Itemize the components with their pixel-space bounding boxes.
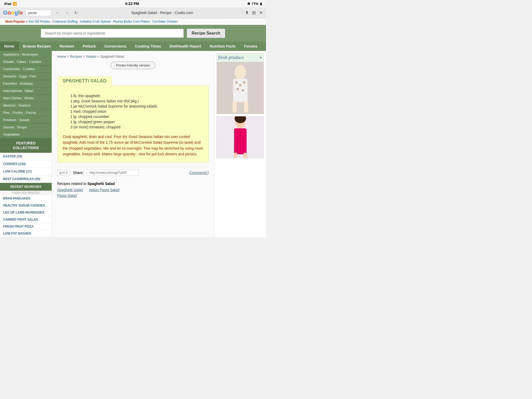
carrier-label: iPad — [4, 2, 11, 6]
svg-point-1 — [235, 65, 246, 79]
cat-desserts[interactable]: Desserts : Eggs : Fish — [0, 73, 52, 80]
popular-link-5[interactable]: Cornflake Chicken — [152, 20, 178, 23]
url-bar[interactable]: picnic — [25, 10, 51, 16]
cat-potatoes[interactable]: Potatoes : Salads — [0, 116, 52, 124]
svg-point-3 — [235, 81, 238, 84]
popular-link-3[interactable]: Imitation Crab Spread — [80, 20, 111, 23]
battery-label: 77% — [252, 2, 258, 6]
related-recipe-name: Spaghetti Salad — [88, 182, 115, 186]
nav-reviews[interactable]: Reviews — [55, 42, 78, 51]
breadcrumb-home[interactable]: Home — [57, 55, 66, 58]
popular-bar: Most Popular » Sun Dill Pickles : Crabme… — [0, 18, 266, 25]
cat-pies[interactable]: Pies : Poultry : Pastas — [0, 109, 52, 116]
cat-sauces[interactable]: Sauces : Soups — [0, 124, 52, 131]
recent-bran-pancakes[interactable]: BRAN PANCAKES — [0, 195, 52, 202]
cat-favorites[interactable]: Favorites : Holidays — [0, 80, 52, 87]
ingredient-7: 3 (or more) tomatoes, chopped — [70, 124, 203, 130]
cat-casseroles[interactable]: Casseroles : Cookies — [0, 65, 52, 73]
recent-searches-subtitle: EVERY FEW MINUTES — [0, 191, 52, 195]
cat-international[interactable]: International : Italian — [0, 87, 52, 95]
browser-actions: ⬆ ⊞ ✕ — [245, 10, 263, 16]
recent-low-fat-mashed[interactable]: LOW FAT MASHED — [0, 230, 52, 237]
recent-searches-title: RECENT SEARCHES — [0, 183, 52, 191]
ad-sponsored-icon: ▶ — [260, 56, 262, 59]
main-nav: Home Browse Recipes Reviews Potluck Conv… — [0, 42, 266, 51]
content-area: Appetizers : Beverages Breads : Cakes : … — [0, 51, 266, 237]
google-logo: Google — [3, 9, 23, 16]
svg-rect-13 — [234, 128, 247, 154]
svg-point-6 — [236, 88, 239, 90]
svg-rect-15 — [243, 153, 247, 158]
left-sidebar: Appetizers : Beverages Breads : Cakes : … — [0, 51, 52, 237]
svg-point-5 — [243, 81, 245, 84]
recent-canned-fruit-salad[interactable]: CANNED FRUIT SALAD — [0, 216, 52, 223]
comments-link[interactable]: Comments? — [189, 171, 209, 175]
cat-appetizers[interactable]: Appetizers : Beverages — [0, 51, 52, 58]
share-icon[interactable]: ⬆ — [245, 10, 249, 16]
popular-link-1[interactable]: Sun Dill Pickles — [28, 20, 50, 23]
popular-link-4[interactable]: Peanut Butter Corn Flakes — [113, 20, 150, 23]
cat-mexican[interactable]: Mexican : Outdoor — [0, 102, 52, 109]
nav-buttons: ← → ↻ — [54, 10, 79, 16]
ad-image-2[interactable] — [217, 116, 264, 158]
recent-leg-of-lamb[interactable]: LEG OF LAMB MARINADES — [0, 209, 52, 216]
fashion-ad-svg-2 — [217, 116, 264, 158]
back-button[interactable]: ← — [54, 10, 61, 16]
ingredient-3: 1 jar McCormick Salad Supreme for season… — [70, 104, 203, 109]
search-button[interactable]: Recipe Search — [187, 29, 225, 38]
featured-collections-title: FEATUREDCOLLECTIONS — [0, 138, 52, 153]
breadcrumb-current: Spaghetti Salad — [100, 55, 124, 58]
share-url-input[interactable] — [87, 170, 139, 176]
related-link-3[interactable]: Pasta Salad — [57, 194, 77, 198]
collection-cookies[interactable]: COOKIES (144) — [0, 160, 52, 168]
related-link-2[interactable]: Italian Pasta Salad — [89, 188, 119, 192]
popular-link-2[interactable]: Crabmeat Stuffing — [52, 20, 78, 23]
breadcrumb-recipes[interactable]: Recipes — [70, 55, 82, 58]
svg-point-7 — [242, 89, 244, 92]
related-links: Spaghetti Salad Italian Pasta Salad — [57, 188, 209, 192]
collection-best-casseroles[interactable]: BEST CASSEROLES (26) — [0, 175, 52, 183]
nav-browse[interactable]: Browse Recipes — [19, 42, 55, 51]
breadcrumb-salads[interactable]: Salads — [86, 55, 96, 58]
status-bar-right: ✱ 77% ▮ — [247, 2, 262, 6]
nav-nutrition[interactable]: Nutrition Facts — [206, 42, 240, 51]
share-label: Share: — [73, 171, 84, 175]
site-header: Recipe Search — [0, 25, 266, 42]
nav-home[interactable]: Home — [0, 42, 19, 51]
cat-main-dishes[interactable]: Main Dishes : Meats — [0, 95, 52, 102]
printer-friendly-button[interactable]: Printer-friendly version — [111, 62, 155, 69]
recipe-body: 1 lb. thin spaghetti 1 pkg. Good Seasons… — [57, 85, 209, 163]
tabs-icon[interactable]: ⊞ — [252, 10, 256, 16]
category-list: Appetizers : Beverages Breads : Cakes : … — [0, 51, 52, 138]
related-label: Recipes related to Spaghetti Salad — [57, 182, 209, 186]
collection-low-calorie[interactable]: LOW CALORIE (17) — [0, 168, 52, 175]
nav-diet-health[interactable]: Diet/Health Report — [165, 42, 206, 51]
right-sidebar: fresh produce ▶ — [214, 51, 266, 237]
nav-forums[interactable]: Forums — [240, 42, 262, 51]
time-display: 6:22 PM — [125, 2, 139, 6]
most-popular-label: Most Popular » — [5, 20, 28, 23]
nav-cooking-times[interactable]: Cooking Times — [131, 42, 165, 51]
recent-healthy-sugar-cookies[interactable]: HEALTHY SUGAR COOKIES — [0, 202, 52, 209]
recent-searches-list: BRAN PANCAKES HEALTHY SUGAR COOKIES LEG … — [0, 195, 52, 237]
status-bar: iPad 📶 6:22 PM ✱ 77% ▮ — [0, 0, 266, 7]
related-link-1[interactable]: Spaghetti Salad — [57, 188, 83, 192]
forward-button[interactable]: → — [63, 10, 71, 16]
nav-potluck[interactable]: Potluck — [78, 42, 100, 51]
recipe-card: SPAGHETTI SALAD 1 lb. thin spaghetti 1 p… — [57, 76, 209, 163]
cat-vegetables[interactable]: Vegetables — [0, 131, 52, 138]
breadcrumb: Home > Recipes > Salads > Spaghetti Sala… — [57, 55, 209, 58]
svg-rect-8 — [232, 101, 237, 112]
collection-easter[interactable]: EASTER (33) — [0, 153, 52, 160]
close-icon[interactable]: ✕ — [259, 10, 263, 16]
recipe-directions: Cook spaghetti; drain and cool. Pour dry… — [63, 134, 203, 157]
refresh-button[interactable]: ↻ — [73, 10, 79, 16]
page-title: Spaghetti Salad - Recipe - Cooks.com — [82, 11, 242, 15]
recent-fresh-fruit-pizza[interactable]: FRESH FRUIT PIZZA — [0, 223, 52, 230]
search-input[interactable] — [41, 29, 184, 38]
ad-image-1[interactable] — [217, 62, 264, 114]
cat-breads[interactable]: Breads : Cakes : Candies — [0, 58, 52, 65]
google-plus-button[interactable]: g+1 0 — [57, 170, 70, 176]
featured-collections-list: EASTER (33) COOKIES (144) LOW CALORIE (1… — [0, 153, 52, 183]
nav-conversions[interactable]: Conversions — [100, 42, 131, 51]
